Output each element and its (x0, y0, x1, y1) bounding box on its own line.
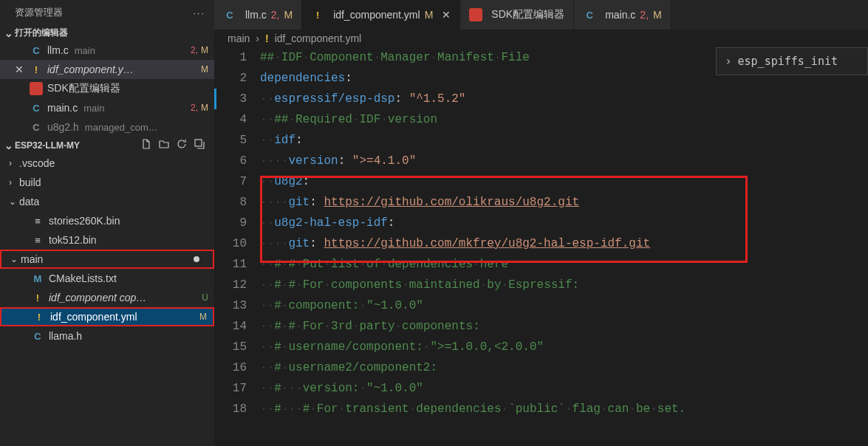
open-editors-label: 打开的编辑器 (15, 27, 68, 39)
editor[interactable]: 123456789101112131415161718 ##·IDF·Compo… (214, 47, 868, 446)
tab-label: llm.c (245, 9, 267, 21)
file-icon: ! (33, 310, 46, 323)
line-number: 15 (214, 337, 247, 357)
code-line[interactable]: ··#·#·Put·list·of·dependencies·here (260, 254, 868, 275)
problem-count: 2, (271, 9, 280, 21)
project-header[interactable]: ⌄ ESP32-LLM-MY (0, 137, 214, 154)
folder-label: build (19, 176, 41, 188)
tree-file[interactable]: ≡stories260K.bin (0, 211, 214, 230)
line-number: 12 (214, 275, 247, 295)
file-icon: C (31, 329, 44, 343)
yaml-icon: ! (265, 32, 269, 44)
collapse-icon[interactable] (194, 138, 205, 152)
line-number: 1 (214, 47, 247, 68)
sidebar: 资源管理器 ··· ⌄ 打开的编辑器 ✕Cllm.cmain2,M✕!idf_c… (0, 0, 214, 446)
tab-bar: Cllm.c2,M!idf_component.ymlM✕ SDK配置编辑器Cm… (214, 0, 868, 30)
file-icon: ≡ (31, 233, 44, 247)
code-line[interactable]: ····git: https://github.com/mkfrey/u8g2-… (260, 233, 868, 254)
code-line[interactable]: ··u8g2: (260, 171, 868, 192)
close-icon[interactable]: ✕ (442, 9, 451, 21)
tab[interactable]: Cmain.c2,M (574, 0, 671, 30)
code-line[interactable]: ··#·username/component:·">=1.0.0,<2.0.0" (260, 337, 868, 357)
code-line[interactable]: ··#·component:·"~1.0.0" (260, 295, 868, 316)
line-number: 4 (214, 109, 247, 130)
code-line[interactable]: ··espressif/esp-dsp: "^1.5.2" (260, 89, 868, 109)
code-line[interactable]: ··#·#·For·components·maintained·by·Espre… (260, 275, 868, 295)
tree-file[interactable]: !idf_component cop…U (0, 288, 214, 307)
code-line[interactable]: ··#·#·For·3rd·party·components: (260, 316, 868, 337)
tab[interactable]: SDK配置编辑器 (460, 0, 574, 30)
new-file-icon[interactable] (140, 138, 152, 152)
git-status: M (201, 103, 208, 113)
code-line[interactable]: ··idf: (260, 130, 868, 151)
git-status: M (201, 45, 208, 55)
open-editors-list: ✕Cllm.cmain2,M✕!idf_component.y…M✕ SDK配置… (0, 41, 214, 137)
code-line[interactable]: ··#···version:·"~1.0.0" (260, 378, 868, 399)
more-icon[interactable]: ··· (193, 7, 205, 18)
modified-dot-icon (194, 256, 199, 262)
file-icon: ! (30, 63, 43, 76)
breadcrumb[interactable]: main › ! idf_component.yml (214, 30, 868, 47)
main-area: Cllm.c2,M!idf_component.ymlM✕ SDK配置编辑器Cm… (214, 0, 868, 446)
tree-file[interactable]: Cllama.h (0, 326, 214, 346)
open-editors-header[interactable]: ⌄ 打开的编辑器 (0, 25, 214, 41)
open-editor-item[interactable]: ✕Cllm.cmain2,M (0, 41, 214, 60)
line-number: 8 (214, 192, 247, 213)
code-line[interactable]: ··#·username2/component2: (260, 357, 868, 378)
problem-count: 2, (640, 9, 649, 21)
tree-folder[interactable]: ›.vscode (0, 154, 214, 173)
folder-label: main (21, 253, 43, 265)
line-number: 16 (214, 357, 247, 378)
git-status: M (284, 9, 293, 21)
outline-symbol: esp_spiffs_init (738, 51, 838, 72)
open-editor-item[interactable]: ✕Cmain.cmain2,M (0, 98, 214, 117)
chevron-down-icon: ⌄ (3, 140, 15, 151)
file-desc: main (75, 45, 95, 56)
problem-count: 2, (191, 45, 198, 55)
problem-count: 2, (191, 103, 198, 113)
line-number: 2 (214, 68, 247, 89)
file-icon: ≡ (31, 214, 44, 227)
chevron-icon: ⌄ (9, 196, 19, 207)
outline-popup[interactable]: › esp_spiffs_init (716, 47, 869, 75)
breadcrumb-folder: main (228, 32, 250, 44)
open-editor-item[interactable]: ✕!idf_component.y…M (0, 60, 214, 79)
git-status: M (199, 312, 207, 322)
refresh-icon[interactable] (176, 138, 188, 152)
chevron-icon: › (9, 158, 19, 168)
tree-folder[interactable]: ⌄data (0, 192, 214, 211)
tab-label: idf_component.yml (333, 9, 420, 21)
tab-label: main.c (605, 9, 635, 21)
code-area[interactable]: ##·IDF·Component·Manager·Manifest·Filede… (260, 47, 868, 446)
line-number: 5 (214, 130, 247, 151)
folder-label: .vscode (19, 157, 55, 169)
svg-rect-0 (195, 140, 202, 146)
code-line[interactable]: ··u8g2-hal-esp-idf: (260, 213, 868, 233)
file-label: main.c (47, 102, 78, 114)
tab[interactable]: Cllm.c2,M (214, 0, 302, 30)
tree-file[interactable]: MCMakeLists.txt (0, 269, 214, 288)
open-editor-item[interactable]: ✕ SDK配置编辑器 (0, 79, 214, 98)
code-line[interactable]: ····version: ">=4.1.0" (260, 151, 868, 171)
file-desc: main (83, 103, 104, 114)
code-line[interactable]: ····git: https://github.com/olikraus/u8g… (260, 192, 868, 213)
tree-file[interactable]: !idf_component.ymlM (0, 307, 214, 326)
code-line[interactable]: ··##·Required·IDF·version (260, 109, 868, 130)
file-label: stories260K.bin (49, 215, 120, 227)
folder-label: data (19, 196, 39, 207)
tree-folder[interactable]: ⌄main (0, 250, 214, 269)
tab[interactable]: !idf_component.ymlM✕ (302, 0, 460, 30)
close-icon[interactable]: ✕ (15, 64, 30, 75)
new-folder-icon[interactable] (158, 138, 170, 152)
code-line[interactable]: ··#···#·For·transient·dependencies·`publ… (260, 399, 868, 419)
line-number: 17 (214, 378, 247, 399)
tree-folder[interactable]: ›build (0, 173, 214, 192)
open-editor-item[interactable]: ✕Cu8g2.hmanaged_com… (0, 117, 214, 137)
file-icon: ! (31, 291, 44, 304)
file-icon: C (223, 8, 236, 21)
tree-file[interactable]: ≡tok512.bin (0, 230, 214, 250)
chevron-icon: ⌄ (10, 254, 21, 264)
breadcrumb-file: idf_component.yml (275, 32, 362, 44)
sidebar-header: 资源管理器 ··· (0, 0, 214, 25)
file-label: idf_component.y… (47, 64, 134, 75)
